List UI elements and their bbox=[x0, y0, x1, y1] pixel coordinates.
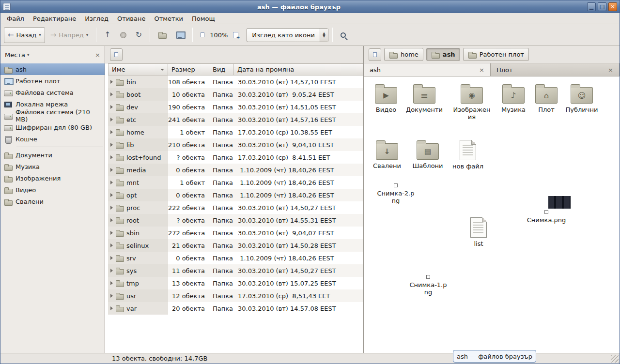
expander-icon[interactable] bbox=[110, 92, 113, 96]
stop-button[interactable] bbox=[116, 27, 130, 43]
view-mode-select[interactable]: Изглед като икони ▲▼ bbox=[247, 28, 328, 42]
expander-icon[interactable] bbox=[110, 155, 113, 159]
menu-item[interactable]: Отметки bbox=[150, 14, 187, 23]
file-row[interactable]: proc 222 обекта Папка 30.03.2010 (вт) 14… bbox=[108, 201, 363, 214]
file-row[interactable]: boot 10 обекта Папка 30.03.2010 (вт) 9,0… bbox=[108, 88, 363, 101]
spinner-icon[interactable]: ▲▼ bbox=[320, 29, 328, 42]
icon-item[interactable]: Снимка-1.png bbox=[407, 275, 450, 296]
expander-icon[interactable] bbox=[110, 130, 113, 134]
menu-item[interactable]: Отиване bbox=[113, 14, 150, 23]
home-button[interactable] bbox=[154, 27, 170, 43]
sidebar-item[interactable]: Видео bbox=[0, 184, 105, 196]
file-row[interactable]: lost+found ? обекта Папка 17.03.2010 (ср… bbox=[108, 151, 363, 164]
file-row[interactable]: usr 12 обекта Папка 17.03.2010 (ср) 8,51… bbox=[108, 289, 363, 302]
up-button[interactable]: ↑ bbox=[100, 27, 114, 43]
tab-close-icon[interactable]: × bbox=[608, 67, 613, 73]
back-dropdown-icon[interactable]: ▾ bbox=[39, 32, 41, 37]
icon-item[interactable]: GNOME Store Снимка.png bbox=[525, 210, 568, 224]
sidebar-close-icon[interactable]: × bbox=[95, 52, 100, 58]
breadcrumb-button[interactable]: Работен плот bbox=[463, 48, 529, 61]
icon-view[interactable]: Видео Документи Изображения bbox=[364, 76, 620, 353]
sidebar-item[interactable]: Кошче bbox=[0, 133, 105, 145]
file-row[interactable]: lib 210 обекта Папка 30.03.2010 (вт) 9,0… bbox=[108, 138, 363, 151]
file-row[interactable]: dev 190 обекта Папка 30.03.2010 (вт) 14,… bbox=[108, 101, 363, 113]
file-row[interactable]: mnt 1 обект Папка 1.10.2009 (чт) 18,40,2… bbox=[108, 176, 363, 189]
file-row[interactable]: sbin 272 обекта Папка 30.03.2010 (вт) 9,… bbox=[108, 227, 363, 239]
expander-icon[interactable] bbox=[110, 269, 113, 273]
sidebar-item[interactable]: Музика bbox=[0, 161, 105, 172]
file-row[interactable]: root ? обекта Папка 30.03.2010 (вт) 14,5… bbox=[108, 214, 363, 227]
icon-item[interactable]: GUADEC Снимка-2.png bbox=[374, 183, 417, 204]
icon-item[interactable]: Публични bbox=[560, 82, 603, 113]
column-header-size[interactable]: Размер bbox=[168, 63, 209, 76]
expander-icon[interactable] bbox=[110, 206, 113, 210]
expander-icon[interactable] bbox=[110, 306, 113, 310]
icon-item[interactable]: Изображения bbox=[450, 82, 493, 121]
icon-item[interactable]: list bbox=[457, 216, 500, 247]
search-button[interactable] bbox=[337, 27, 350, 43]
tab-close-icon[interactable]: × bbox=[479, 67, 484, 73]
file-row[interactable]: tmp 13 обекта Папка 30.03.2010 (вт) 15,0… bbox=[108, 277, 363, 289]
file-row[interactable]: srv 0 обекта Папка 1.10.2009 (чт) 18,40,… bbox=[108, 252, 363, 264]
file-row[interactable]: home 1 обект Папка 17.03.2010 (ср) 10,38… bbox=[108, 126, 363, 138]
icon-item[interactable]: Свалени bbox=[366, 138, 408, 169]
location-toggle-button[interactable] bbox=[369, 48, 381, 61]
location-toggle-button[interactable] bbox=[110, 48, 123, 61]
zoom-in-button[interactable]: + bbox=[229, 27, 242, 43]
column-header-date[interactable]: Дата на промяна bbox=[234, 63, 363, 76]
expander-icon[interactable] bbox=[110, 294, 113, 298]
reload-button[interactable]: ↻ bbox=[132, 27, 146, 43]
maximize-button[interactable]: □ bbox=[598, 2, 606, 11]
menu-item[interactable]: Изглед bbox=[80, 14, 113, 23]
file-row[interactable]: etc 241 обекта Папка 30.03.2010 (вт) 14,… bbox=[108, 113, 363, 126]
sidebar-item[interactable]: Шифриран дял (80 GB) bbox=[0, 121, 105, 133]
expander-icon[interactable] bbox=[110, 256, 113, 260]
sidebar-item[interactable] bbox=[0, 145, 105, 149]
expander-icon[interactable] bbox=[110, 231, 113, 235]
expander-icon[interactable] bbox=[110, 105, 113, 109]
menu-item[interactable]: Файл bbox=[2, 14, 29, 23]
expander-icon[interactable] bbox=[110, 243, 113, 247]
back-button[interactable]: ← Назад ▾ bbox=[4, 27, 45, 43]
column-header-name[interactable]: Име bbox=[108, 63, 168, 76]
sidebar-item[interactable]: Изображения bbox=[0, 172, 105, 184]
expander-icon[interactable] bbox=[110, 118, 113, 121]
computer-button[interactable] bbox=[172, 27, 188, 43]
sidebar-item[interactable]: ash bbox=[0, 63, 105, 75]
resize-grip[interactable] bbox=[611, 355, 619, 363]
file-row[interactable]: opt 0 обекта Папка 1.10.2009 (чт) 18,40,… bbox=[108, 189, 363, 201]
file-row[interactable]: media 0 обекта Папка 1.10.2009 (чт) 18,4… bbox=[108, 164, 363, 176]
expander-icon[interactable] bbox=[110, 168, 113, 172]
sidebar-mode-dropdown-icon[interactable]: ▾ bbox=[27, 52, 30, 57]
expander-icon[interactable] bbox=[110, 181, 113, 184]
column-header-type[interactable]: Вид bbox=[209, 63, 234, 76]
expander-icon[interactable] bbox=[110, 193, 113, 197]
tab[interactable]: Плот × bbox=[491, 63, 620, 76]
file-row[interactable]: bin 108 обекта Папка 30.03.2010 (вт) 14,… bbox=[108, 76, 363, 88]
forward-button[interactable]: → Напред ▾ bbox=[46, 27, 93, 43]
sidebar-item[interactable]: Файлова система (210 MB) bbox=[0, 110, 105, 121]
sidebar-item[interactable]: Работен плот bbox=[0, 75, 105, 87]
close-button[interactable]: × bbox=[608, 2, 617, 11]
icon-item[interactable]: Документи bbox=[403, 82, 446, 113]
menu-item[interactable]: Помощ bbox=[187, 14, 219, 23]
icon-item[interactable]: Видео bbox=[365, 82, 407, 113]
zoom-out-button[interactable] bbox=[197, 27, 208, 43]
icon-item[interactable]: нов файл bbox=[447, 138, 489, 170]
expander-icon[interactable] bbox=[110, 80, 113, 84]
expander-icon[interactable] bbox=[110, 218, 113, 222]
sidebar-item[interactable]: Свалени bbox=[0, 196, 105, 207]
menu-item[interactable]: Редактиране bbox=[29, 14, 80, 23]
expander-icon[interactable] bbox=[110, 143, 113, 147]
file-row[interactable]: selinux 21 обекта Папка 30.03.2010 (вт) … bbox=[108, 239, 363, 252]
icon-item[interactable]: Шаблони bbox=[406, 138, 449, 169]
titlebar[interactable]: ash — файлов браузър ▁ □ × bbox=[0, 0, 620, 13]
file-row[interactable]: var 20 обекта Папка 30.03.2010 (вт) 14,5… bbox=[108, 302, 363, 315]
breadcrumb-button[interactable]: home bbox=[384, 48, 423, 61]
file-row[interactable]: sys 11 обекта Папка 30.03.2010 (вт) 14,5… bbox=[108, 264, 363, 277]
minimize-button[interactable]: ▁ bbox=[587, 2, 596, 11]
breadcrumb-button[interactable]: ash bbox=[426, 48, 460, 61]
expander-icon[interactable] bbox=[110, 281, 113, 285]
taskbar-window-button[interactable]: ash — файлов браузър bbox=[453, 350, 536, 363]
sidebar-item[interactable]: Документи bbox=[0, 149, 105, 161]
